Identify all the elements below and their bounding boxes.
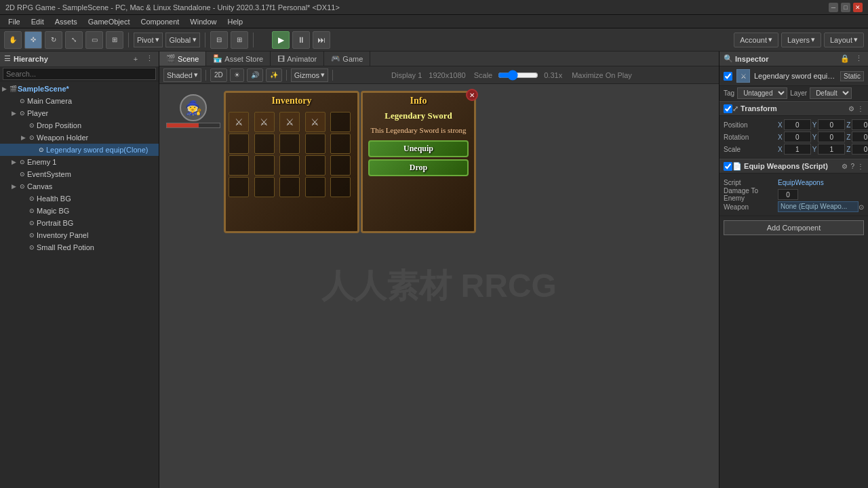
hierarchy-item[interactable]: ▶⊙Canvas bbox=[0, 180, 159, 192]
scene-viewport[interactable]: 人人素材 RRCG 🧙 Inventory ⚔⚔⚔⚔ bbox=[159, 84, 719, 488]
hierarchy-item[interactable]: ⊙Drop Position bbox=[0, 119, 159, 131]
inventory-slot-16[interactable] bbox=[254, 177, 275, 197]
inventory-slot-6[interactable] bbox=[254, 134, 275, 154]
account-button[interactable]: Account ▾ bbox=[734, 33, 778, 47]
audio-button[interactable]: 🔊 bbox=[247, 68, 263, 82]
scl-x-input[interactable] bbox=[784, 144, 811, 155]
inventory-slot-2[interactable]: ⚔ bbox=[279, 112, 300, 132]
equip-settings-btn[interactable]: ⚙ bbox=[842, 163, 848, 170]
scale-slider[interactable] bbox=[498, 70, 538, 81]
inspector-menu-btn[interactable]: ⋮ bbox=[853, 54, 864, 64]
gizmos-dropdown[interactable]: Gizmos ▾ bbox=[291, 68, 328, 82]
hierarchy-item[interactable]: ⊙Legendary sword equip(Clone) bbox=[0, 144, 159, 156]
transform-menu-btn[interactable]: ⋮ bbox=[857, 105, 864, 113]
tag-dropdown[interactable]: Untagged bbox=[737, 87, 787, 99]
pos-y-input[interactable] bbox=[818, 119, 845, 130]
vfx-button[interactable]: ✨ bbox=[266, 68, 282, 82]
tab-scene[interactable]: 🎬 Scene bbox=[159, 52, 206, 66]
move-tool[interactable]: ✜ bbox=[24, 31, 42, 49]
menu-file[interactable]: File bbox=[3, 18, 26, 26]
inventory-slot-7[interactable] bbox=[279, 134, 300, 154]
rotate-tool[interactable]: ↻ bbox=[45, 31, 62, 49]
inventory-slot-3[interactable]: ⚔ bbox=[305, 112, 326, 132]
pos-z-input[interactable] bbox=[852, 119, 868, 130]
equip-active-checkbox[interactable] bbox=[724, 162, 732, 171]
hierarchy-item[interactable]: ⊙Magic BG bbox=[0, 205, 159, 217]
hierarchy-item[interactable]: ▶⊙Player bbox=[0, 107, 159, 119]
menu-gameobject[interactable]: GameObject bbox=[83, 18, 136, 26]
scl-z-input[interactable] bbox=[852, 144, 868, 155]
hierarchy-item[interactable]: ⊙EventSystem bbox=[0, 168, 159, 180]
hierarchy-item[interactable]: ⊙Small Red Potion bbox=[0, 241, 159, 253]
hierarchy-item[interactable]: ⊙Portrait BG bbox=[0, 217, 159, 229]
menu-help[interactable]: Help bbox=[222, 18, 248, 26]
global-dropdown[interactable]: Global ▾ bbox=[165, 33, 200, 47]
hierarchy-add-btn[interactable]: + bbox=[130, 54, 141, 64]
unequip-button[interactable]: Unequip bbox=[368, 140, 469, 157]
menu-assets[interactable]: Assets bbox=[50, 18, 83, 26]
transform-component-header[interactable]: ⤢ Transform ⚙ ⋮ bbox=[719, 101, 868, 116]
menu-component[interactable]: Component bbox=[135, 18, 184, 26]
inventory-close-button[interactable]: ✕ bbox=[466, 89, 478, 101]
add-component-button[interactable]: Add Component bbox=[724, 220, 864, 235]
hierarchy-item[interactable]: ⊙Main Camera bbox=[0, 95, 159, 107]
inventory-slot-1[interactable]: ⚔ bbox=[254, 112, 275, 132]
inventory-slot-9[interactable] bbox=[330, 134, 351, 154]
menu-window[interactable]: Window bbox=[184, 18, 222, 26]
hand-tool[interactable]: ✋ bbox=[4, 31, 22, 49]
drop-button[interactable]: Drop bbox=[368, 159, 469, 176]
inventory-slot-13[interactable] bbox=[305, 155, 326, 176]
step-button[interactable]: ⏭ bbox=[313, 31, 330, 49]
equip-help-btn[interactable]: ? bbox=[850, 163, 854, 170]
inventory-slot-14[interactable] bbox=[330, 155, 351, 176]
play-button[interactable]: ▶ bbox=[272, 31, 290, 49]
hierarchy-item[interactable]: ⊙Health BG bbox=[0, 192, 159, 205]
equip-menu-btn[interactable]: ⋮ bbox=[857, 163, 864, 170]
shading-dropdown[interactable]: Shaded ▾ bbox=[163, 68, 201, 82]
scale-tool[interactable]: ⤡ bbox=[65, 31, 83, 49]
obj-active-checkbox[interactable] bbox=[724, 72, 732, 81]
menu-edit[interactable]: Edit bbox=[26, 18, 50, 26]
inventory-slot-19[interactable] bbox=[330, 177, 351, 197]
layer-dropdown[interactable]: Default bbox=[810, 87, 852, 99]
pos-x-input[interactable] bbox=[784, 119, 811, 130]
minimize-button[interactable]: ─ bbox=[829, 3, 838, 12]
layers-button[interactable]: Layers ▾ bbox=[781, 33, 821, 47]
tab-animator[interactable]: 🎞 Animator bbox=[271, 52, 324, 66]
hierarchy-item[interactable]: ⊙Inventory Panel bbox=[0, 229, 159, 241]
rot-y-input[interactable] bbox=[818, 131, 845, 142]
hierarchy-item[interactable]: ▶🎬SampleScene* bbox=[0, 83, 159, 95]
transform-settings-btn[interactable]: ⚙ bbox=[848, 105, 854, 113]
hierarchy-item[interactable]: ▶⊙Enemy 1 bbox=[0, 156, 159, 168]
inventory-slot-10[interactable] bbox=[229, 155, 249, 176]
snap-button[interactable]: ⊟ bbox=[210, 31, 228, 49]
weapon-pick-btn[interactable]: ⊙ bbox=[859, 203, 864, 211]
inventory-slot-4[interactable] bbox=[330, 112, 351, 132]
layout-button[interactable]: Layout ▾ bbox=[824, 33, 864, 47]
inventory-slot-0[interactable]: ⚔ bbox=[229, 112, 249, 132]
inventory-slot-12[interactable] bbox=[279, 155, 300, 176]
pause-button[interactable]: ⏸ bbox=[292, 31, 310, 49]
rot-x-input[interactable] bbox=[784, 131, 811, 142]
hierarchy-item[interactable]: ▶⊙Weapon Holder bbox=[0, 131, 159, 144]
equip-weapons-header[interactable]: 📄 Equip Weapons (Script) ⚙ ? ⋮ bbox=[719, 159, 868, 174]
lighting-button[interactable]: ☀ bbox=[230, 68, 244, 82]
maximize-button[interactable]: □ bbox=[841, 3, 850, 12]
2d-button[interactable]: 2D bbox=[210, 68, 227, 82]
inventory-slot-11[interactable] bbox=[254, 155, 275, 176]
rot-z-input[interactable] bbox=[852, 131, 868, 142]
inspector-lock-btn[interactable]: 🔒 bbox=[840, 54, 850, 64]
search-input[interactable] bbox=[3, 68, 156, 80]
scl-y-input[interactable] bbox=[818, 144, 845, 155]
hierarchy-menu-btn[interactable]: ⋮ bbox=[144, 54, 155, 64]
inventory-slot-15[interactable] bbox=[229, 177, 249, 197]
tab-asset-store[interactable]: 🏪 Asset Store bbox=[206, 52, 271, 66]
transform-tool[interactable]: ⊞ bbox=[106, 31, 123, 49]
grid-button[interactable]: ⊞ bbox=[231, 31, 248, 49]
inventory-slot-8[interactable] bbox=[305, 134, 326, 154]
damage-input[interactable] bbox=[778, 189, 798, 200]
transform-active-checkbox[interactable] bbox=[724, 104, 732, 113]
inventory-slot-18[interactable] bbox=[305, 177, 326, 197]
inventory-slot-17[interactable] bbox=[279, 177, 300, 197]
rect-tool[interactable]: ▭ bbox=[85, 31, 103, 49]
